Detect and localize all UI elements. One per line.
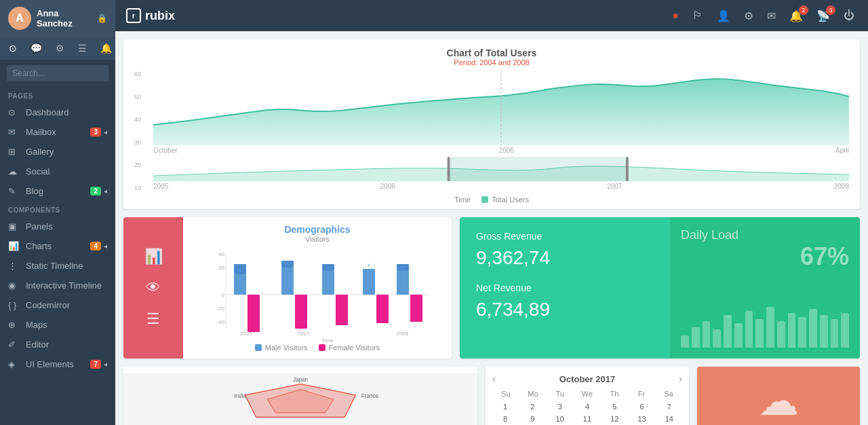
- cal-day[interactable]: 9: [519, 413, 545, 425]
- gross-revenue-value: 9,362,74: [476, 247, 654, 269]
- legend-total-label: Total Users: [492, 196, 529, 204]
- map-panel: Japan France India: [123, 367, 477, 425]
- topbar-status-btn[interactable]: ●: [669, 7, 682, 24]
- svg-text:2005: 2005: [240, 331, 252, 337]
- sidebar-item-panels[interactable]: ▣ Panels: [0, 217, 115, 236]
- svg-text:+: +: [238, 267, 241, 274]
- sidebar-item-mailbox[interactable]: ✉ Mailbox 3 ◂: [0, 122, 115, 142]
- sidebar-item-blog[interactable]: ✎ Blog 2 ◂: [0, 181, 115, 201]
- svg-rect-11: [234, 274, 246, 295]
- net-revenue-label: Net Revenue: [476, 282, 654, 293]
- sidebar-icon-home[interactable]: ⊙: [5, 41, 20, 56]
- cal-day[interactable]: 5: [601, 401, 627, 413]
- sidebar-item-label: UI Elements: [26, 359, 74, 369]
- topbar-bell-btn[interactable]: 🔔2: [787, 7, 806, 25]
- cal-day[interactable]: 1: [492, 401, 518, 413]
- calendar-header: ‹ October 2017 ›: [492, 373, 682, 384]
- chevron-icon: ◂: [104, 242, 107, 250]
- sidebar-icon-bell[interactable]: 🔔: [97, 41, 115, 56]
- svg-rect-14: [248, 295, 260, 332]
- svg-text:India: India: [234, 393, 246, 399]
- bar-3: [703, 321, 711, 348]
- sidebar-icon-list[interactable]: ☰: [75, 41, 90, 56]
- svg-rect-25: [410, 295, 422, 322]
- cal-day[interactable]: 12: [601, 413, 627, 425]
- sidebar-item-gallery[interactable]: ⊞ Gallery: [0, 142, 115, 162]
- topbar-signal-btn[interactable]: 📡3: [814, 7, 833, 25]
- cal-day[interactable]: 8: [492, 413, 518, 425]
- bar-10: [777, 321, 785, 348]
- signal-badge: 3: [826, 5, 835, 15]
- svg-text:+: +: [285, 261, 289, 267]
- svg-text:Japan: Japan: [293, 377, 308, 383]
- sidebar-icon-settings[interactable]: ⚙: [52, 41, 68, 56]
- bar-4: [713, 329, 721, 348]
- legend-total-users: Total Users: [481, 196, 529, 204]
- brand-icon: r: [126, 8, 141, 23]
- svg-rect-22: [376, 295, 389, 323]
- legend-total-dot: [481, 196, 488, 203]
- demographics-bar-chart: 40 20 0 -20 -40: [193, 247, 442, 342]
- cal-day[interactable]: 6: [629, 401, 654, 413]
- sidebar-item-codemirror[interactable]: { } Codemirror: [0, 295, 115, 315]
- demo-chart-subtitle: Visitors: [193, 235, 442, 243]
- panels-icon: ▣: [8, 221, 20, 232]
- cal-prev-btn[interactable]: ‹: [492, 373, 496, 384]
- svg-text:France: France: [361, 393, 379, 399]
- cal-day[interactable]: 4: [574, 401, 600, 413]
- map-svg: Japan France India: [123, 367, 477, 425]
- codemirror-icon: { }: [8, 300, 20, 310]
- cal-next-btn[interactable]: ›: [679, 373, 682, 384]
- chevron-icon: ◂: [104, 361, 107, 368]
- sidebar-item-ui-elements[interactable]: ◈ UI Elements 7 ◂: [0, 354, 115, 374]
- bar-14: [820, 315, 828, 348]
- cal-day[interactable]: 7: [656, 401, 682, 413]
- sidebar-icon-bar: ⊙ 💬 ⚙ ☰ 🔔: [0, 37, 115, 60]
- cal-day[interactable]: 2: [519, 401, 545, 413]
- sidebar-item-label: Codemirror: [26, 300, 70, 310]
- cal-day[interactable]: 10: [547, 413, 573, 425]
- search-input[interactable]: [7, 65, 108, 81]
- brand: r rubix: [126, 8, 175, 23]
- svg-text:+: +: [367, 262, 370, 269]
- topbar-flag-btn[interactable]: 🏳: [690, 7, 706, 24]
- total-users-chart-panel: Chart of Total Users Period: 2004 and 20…: [123, 39, 860, 209]
- topbar: r rubix ● 🏳 👤 ⚙ ✉ 🔔2 📡3 ⏻: [115, 0, 868, 31]
- cal-day[interactable]: 11: [574, 413, 600, 425]
- bar-15: [831, 319, 839, 348]
- legend-female: Female Visitors: [319, 344, 380, 352]
- blog-badge: 2: [90, 187, 101, 196]
- cal-day[interactable]: 13: [629, 413, 654, 425]
- topbar-settings-btn[interactable]: ⚙: [741, 7, 756, 25]
- legend-female-dot: [319, 344, 326, 351]
- legend-male-dot: [255, 344, 262, 351]
- sidebar-item-maps[interactable]: ⊕ Maps: [0, 315, 115, 335]
- daily-load-bar-chart: [681, 307, 849, 348]
- sidebar-item-social[interactable]: ☁ Social: [0, 162, 115, 181]
- topbar-user-btn[interactable]: 👤: [714, 7, 733, 25]
- sidebar-item-label: Panels: [26, 221, 53, 232]
- bar-5: [724, 315, 732, 348]
- sidebar-item-dashboard[interactable]: ⊙ Dashboard: [0, 103, 115, 122]
- svg-rect-23: [397, 271, 409, 295]
- sidebar-item-charts[interactable]: 📊 Charts 4 ◂: [0, 236, 115, 256]
- cal-day[interactable]: 3: [547, 401, 573, 413]
- topbar-mail-btn[interactable]: ✉: [764, 7, 778, 25]
- sidebar-item-label: Blog: [26, 186, 43, 196]
- social-icon: ☁: [8, 166, 20, 177]
- chart-subtitle: Period: 2004 and 2008: [134, 58, 849, 67]
- cal-days-row-1: 1 2 3 4 5 6 7: [492, 401, 682, 413]
- sidebar-item-interactive-timeline[interactable]: ◉ Interactive Timeline: [0, 276, 115, 295]
- calendar-panel: ‹ October 2017 › Su Mo Tu We Th Fr Sa 1 …: [486, 367, 689, 425]
- sidebar-item-editor[interactable]: ✐ Editor: [0, 335, 115, 354]
- sidebar-icon-chat[interactable]: 💬: [27, 41, 45, 56]
- legend-time: Time: [454, 196, 471, 204]
- svg-text:+: +: [299, 325, 302, 332]
- sidebar-item-static-timeline[interactable]: ⋮ Static Timeline: [0, 256, 115, 276]
- cal-day[interactable]: 14: [656, 413, 682, 425]
- legend-male: Male Visitors: [255, 344, 308, 352]
- topbar-power-btn[interactable]: ⏻: [841, 7, 857, 24]
- lock-icon[interactable]: 🔒: [97, 14, 107, 23]
- legend-time-label: Time: [454, 196, 471, 204]
- sidebar-header: A Anna Sanchez 🔒: [0, 0, 115, 37]
